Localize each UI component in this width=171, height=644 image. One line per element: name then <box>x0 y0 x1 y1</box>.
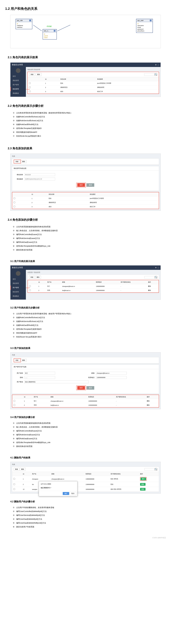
list-item: 编写RoleService的save()方法 <box>13 433 161 437</box>
del-link[interactable]: 删除 <box>148 290 151 291</box>
del-button[interactable]: 删除 <box>35 276 41 279</box>
list-item: 转发到role-list.jsp页面进行展示 <box>13 134 161 138</box>
add-button[interactable]: 新建 <box>14 160 20 163</box>
username-input[interactable] <box>24 372 55 374</box>
search-button[interactable]: 🔍 <box>155 468 157 470</box>
field: id <box>44 33 56 35</box>
add-button[interactable]: 新建 <box>29 276 35 279</box>
list-item: 点击用户管理菜单发送请求到服务器端（修改用户管理菜单的url地址） <box>13 312 161 316</box>
email-input[interactable] <box>96 372 127 374</box>
list-item: 输入角色信息，点击保存按钮，表单数据提交服务器 <box>13 229 161 232</box>
search-input[interactable] <box>144 468 155 470</box>
table-row: 1院长jave学院院长工作管理 <box>12 196 159 200</box>
row-check[interactable] <box>29 86 31 88</box>
list-item: 使用JdbcTemplate保存Role数据到sys_role <box>13 244 161 248</box>
password-input[interactable] <box>24 376 55 379</box>
section-title: 2.4 角色添加的步骤分析 <box>0 216 171 224</box>
list-item: 编写UserController的deleteById()方法 <box>13 510 161 514</box>
list-item: 点击角色管理菜单发送请求到服务器端（修改角色管理菜单的url地址） <box>13 111 161 115</box>
col-name: 角色名称 <box>59 77 96 81</box>
sidebar-item-home[interactable]: 首页 <box>10 277 26 281</box>
list-item: 将查询数据存储到Model中 <box>13 331 161 335</box>
del-row-button[interactable]: 删除 <box>140 488 146 490</box>
list-item: 创建RoleDao和findAll()方法 <box>13 122 161 126</box>
del-row-button[interactable]: 删除 <box>140 483 146 486</box>
sidebar-item-home[interactable]: 首页 <box>10 74 26 78</box>
list-item: 输入角色信息，点击保存按钮，表单数据提交服务器 <box>13 425 161 429</box>
entity-name: sys_role <box>17 20 23 22</box>
list-item: 使用JdbcTemplate保存Role数据到sys_role <box>13 440 161 444</box>
list-item: 创建RoleService和showList()方法 <box>13 119 161 122</box>
role-add-app: 列表 新建删除 角色管理 角色信息 角色名称 角色描述 保存返回 ID角色名称角… <box>10 154 161 211</box>
sidebar-item-sys[interactable]: 系统管理 <box>10 78 26 83</box>
save-button[interactable]: 保存 <box>77 183 85 187</box>
field: username <box>138 24 152 26</box>
role-select[interactable] <box>24 380 88 383</box>
del-button[interactable]: 删除 <box>21 160 26 163</box>
search-button[interactable]: 🔍 <box>154 73 157 76</box>
field: userId <box>44 35 56 37</box>
field: id <box>17 23 31 24</box>
save-button[interactable]: 保存 <box>77 386 85 390</box>
list-item: 将查询数据存储到Model中 <box>13 130 161 134</box>
del-link[interactable]: 删除 <box>148 286 151 287</box>
er-diagram: sys_role id roleName roleDesc sys_u... i… <box>10 15 161 48</box>
field: password <box>138 28 152 30</box>
sidebar-item-user[interactable]: 用户管理 <box>10 286 26 290</box>
search-input[interactable] <box>144 276 155 278</box>
table-row: 2课程研究员课程的研究 <box>12 200 159 205</box>
sidebar-item-base[interactable]: 基础数据 <box>10 91 26 96</box>
table-row: 3就业就业工作 <box>28 90 159 94</box>
mid-table-label: 中间表 <box>46 25 52 28</box>
field: phoneNum <box>138 30 152 32</box>
back-button[interactable]: 返回 <box>86 183 94 187</box>
list-item: 创建RoleDao和findAll()方法 <box>13 324 161 327</box>
section-title: 3.2 用户列表的展示步骤分析 <box>0 305 171 310</box>
search-button[interactable]: 🔍 <box>155 276 157 278</box>
del-button[interactable]: 删除 <box>21 359 26 362</box>
table-row: 2课程研究员课程的研究 <box>28 86 159 90</box>
user-add-app: 列表 新建删除 用户管理 用户信息 用户名称 邮箱 密码 联系电话 用户角色 保… <box>10 352 161 409</box>
role-table: ID角色名称角色描述 1院长jave学院院长工作管理 2课程研究员课程的研究 3… <box>28 77 159 94</box>
row-check[interactable] <box>29 82 31 84</box>
section-title: 4.1 删除用户的效果 <box>0 455 171 460</box>
entity-sys-user: sys_user id username email password phon… <box>136 19 153 33</box>
sidebar-item-sys[interactable]: 系统管理 <box>10 281 26 286</box>
add-button[interactable]: 新建 <box>14 359 20 362</box>
section-title: 3.4 用户添加的步骤分析 <box>0 414 171 420</box>
role-name-input[interactable] <box>24 173 55 176</box>
phone-input[interactable] <box>96 376 127 379</box>
table-row: 1张三zhangsan@itcast.cn13099999999-删除 <box>28 284 159 288</box>
sidebar: 首页 系统管理 用户管理 角色管理 基础数据 <box>10 67 26 97</box>
field: roleName <box>17 24 31 26</box>
confirm-cancel-button[interactable]: 取消 <box>70 492 76 495</box>
entity-sys-ur: sys_u... id userId roleId <box>42 29 57 40</box>
breadcrumb: 列表 <box>12 354 159 357</box>
confirm-ok-button[interactable]: 确定 <box>63 492 69 495</box>
steps-list: 点击用户列表的删除按钮，发送请求到服务器端 编写UserController的d… <box>10 506 161 529</box>
del-button[interactable]: 删除 <box>36 73 42 76</box>
role-desc-input[interactable] <box>24 178 55 180</box>
steps-list: 点击列表页面新建按钮跳转到角色添加页面 输入角色信息，点击保存按钮，表单数据提交… <box>10 421 161 448</box>
field: id <box>138 23 152 24</box>
back-button[interactable]: 返回 <box>86 386 94 390</box>
del-link[interactable]: 删除 <box>147 400 150 402</box>
list-item: 编写UserDao的deleteById()方法 <box>13 517 161 521</box>
sidebar-item-base[interactable]: 基础数据 <box>10 294 26 298</box>
sidebar-item-role[interactable]: 角色管理 <box>10 290 26 294</box>
search-input[interactable] <box>144 74 154 76</box>
add-button[interactable]: 新建 <box>29 73 35 76</box>
sidebar-item-role[interactable]: 角色管理 <box>10 87 26 91</box>
sidebar-item-user[interactable]: 用户管理 <box>10 83 26 87</box>
user-table-panel: 新建删除🔍 ID用户名邮箱联系电话用户拥有的角色操作 1张三zhangsan@i… <box>28 274 159 293</box>
table-row: 2李四lisi@itcast.cn13599999999-删除 <box>28 288 159 292</box>
del-button[interactable]: 删除 <box>20 468 26 471</box>
del-row-button[interactable]: 删除 <box>140 478 146 480</box>
field: roleDesc <box>17 26 31 28</box>
user-table: ID用户名邮箱联系电话用户拥有的角色操作 1zhangsanzhangsan@i… <box>12 472 159 492</box>
breadcrumb: 列表 <box>12 155 159 158</box>
list-item: 点击列表页面新建按钮跳转到角色添加页面 <box>13 225 161 229</box>
add-button[interactable]: 新建 <box>14 468 19 471</box>
del-link[interactable]: 删除 <box>147 404 150 406</box>
row-check[interactable] <box>29 90 31 92</box>
